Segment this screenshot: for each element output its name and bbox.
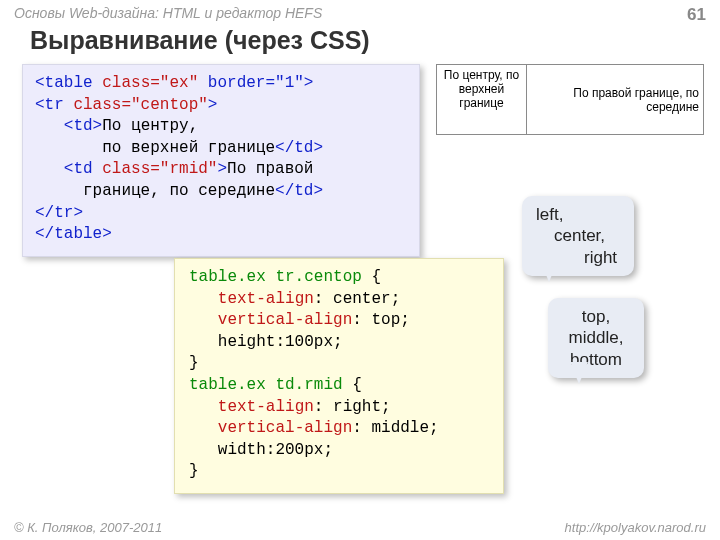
callout-line: center, (536, 225, 620, 246)
code-line: vertical-align: middle; (189, 418, 489, 440)
page-title: Выравнивание (через CSS) (30, 26, 370, 55)
callout-text-align: left, center, right (522, 196, 634, 276)
callout-tail-icon (570, 362, 588, 384)
code-line: <table class="ex" border="1"> (35, 73, 407, 95)
footer-bar: © К. Поляков, 2007-2011 http://kpolyakov… (14, 520, 706, 535)
code-line: по верхней границе</td> (35, 138, 407, 160)
callout-line: top, (582, 307, 610, 326)
callout-line: left, (536, 205, 563, 224)
code-line: <td class="rmid">По правой (35, 159, 407, 181)
code-line: <td>По центру, (35, 116, 407, 138)
example-cell-rmid: По правой границе, по середине (527, 65, 704, 135)
callout-tail-icon (540, 260, 558, 282)
breadcrumb: Основы Web-дизайна: HTML и редактор HEFS (14, 5, 322, 21)
callout-vertical-align: top, middle, bottom (548, 298, 644, 378)
html-code-box: <table class="ex" border="1"> <tr class=… (22, 64, 420, 257)
code-line: } (189, 353, 489, 375)
code-line: <tr class="centop"> (35, 95, 407, 117)
code-line: </tr> (35, 203, 407, 225)
callout-line: middle, (569, 328, 624, 347)
code-line: } (189, 461, 489, 483)
example-table: По центру, по верхней границе По правой … (436, 64, 704, 135)
code-line: границе, по середине</td> (35, 181, 407, 203)
code-line: table.ex td.rmid { (189, 375, 489, 397)
header-bar: Основы Web-дизайна: HTML и редактор HEFS… (14, 5, 706, 25)
css-code-box: table.ex tr.centop { text-align: center;… (174, 258, 504, 494)
copyright: © К. Поляков, 2007-2011 (14, 520, 162, 535)
page-number: 61 (687, 5, 706, 25)
code-line: text-align: center; (189, 289, 489, 311)
example-cell-centop: По центру, по верхней границе (437, 65, 527, 135)
code-line: width:200px; (189, 440, 489, 462)
code-line: </table> (35, 224, 407, 246)
footer-url: http://kpolyakov.narod.ru (565, 520, 706, 535)
code-line: height:100px; (189, 332, 489, 354)
rendered-example: По центру, по верхней границе По правой … (436, 64, 704, 135)
code-line: vertical-align: top; (189, 310, 489, 332)
code-line: text-align: right; (189, 397, 489, 419)
code-line: table.ex tr.centop { (189, 267, 489, 289)
